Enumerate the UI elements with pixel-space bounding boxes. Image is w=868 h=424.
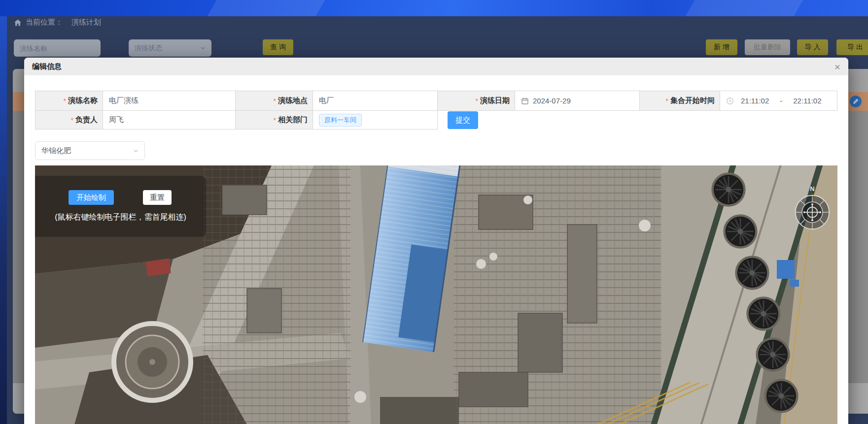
add-button[interactable]: 新 增	[706, 39, 737, 55]
drill-status-select[interactable]: 演练状态	[129, 39, 211, 57]
breadcrumb-current: 演练计划	[71, 18, 101, 27]
topbar-streak	[207, 0, 325, 16]
fence-draw-panel: 开始绘制 重置 (鼠标右键绘制电子围栏，需首尾相连)	[35, 176, 206, 237]
map-compass[interactable]: N	[793, 185, 832, 233]
time-start: 21:11:02	[741, 97, 769, 105]
blue-container	[777, 260, 795, 279]
company-select-value: 华锦化肥	[41, 146, 71, 156]
drill-name-value[interactable]: 电厂演练	[103, 91, 236, 111]
required-asterisk: *	[64, 97, 66, 105]
submit-button[interactable]: 提交	[448, 111, 478, 129]
required-asterisk: *	[476, 97, 478, 105]
owner-label: * 负责人	[35, 111, 103, 130]
drill-date-picker[interactable]: 2024-07-29	[515, 91, 640, 111]
time-end: 22:11:02	[793, 97, 821, 105]
dept-tag[interactable]: 原料一车间	[319, 114, 362, 127]
dept-value[interactable]: 原料一车间	[313, 111, 438, 130]
drill-date-label: * 演练日期	[438, 91, 515, 111]
chevron-down-icon	[200, 45, 206, 51]
batch-delete-button[interactable]: 批量删除	[745, 39, 790, 55]
dialog-header: 编辑信息 ×	[24, 58, 848, 75]
required-asterisk: *	[274, 116, 276, 124]
app-root: 当前位置： 演练计划 演练状态 查 询 新 增 批量删除 导 入 导 出 编辑信…	[0, 0, 868, 424]
fence-drawing-map[interactable]: 开始绘制 重置 (鼠标右键绘制电子围栏，需首尾相连) N	[35, 165, 837, 424]
start-draw-button[interactable]: 开始绘制	[69, 190, 114, 205]
edit-pencil-icon	[853, 98, 859, 104]
drill-place-label: * 演练地点	[236, 91, 313, 111]
dept-label: * 相关部门	[236, 111, 313, 130]
required-asterisk: *	[274, 97, 276, 105]
calendar-icon	[521, 97, 529, 105]
edit-info-dialog: 编辑信息 × * 演练名称 电厂演练 * 演练地点 电厂	[24, 58, 848, 424]
reset-draw-button[interactable]: 重置	[143, 190, 172, 205]
chevron-down-icon	[133, 148, 139, 154]
time-separator: -	[780, 97, 782, 105]
dialog-body: * 演练名称 电厂演练 * 演练地点 电厂 * 演练日期	[24, 91, 848, 424]
left-edge-strip	[0, 16, 7, 424]
topbar-streak	[685, 0, 803, 16]
compass-dial-icon	[794, 194, 831, 231]
close-icon[interactable]: ×	[834, 62, 840, 72]
import-button[interactable]: 导 入	[797, 39, 828, 55]
draw-hint-text: (鼠标右键绘制电子围栏，需首尾相连)	[35, 212, 206, 223]
owner-value[interactable]: 周飞	[103, 111, 236, 130]
home-icon	[14, 19, 22, 27]
storage-tank	[114, 324, 191, 400]
export-button[interactable]: 导 出	[836, 39, 868, 55]
assembly-time-label: * 集合开始时间	[640, 91, 720, 111]
drill-status-placeholder: 演练状态	[135, 44, 162, 53]
breadcrumb: 当前位置： 演练计划	[14, 18, 101, 27]
clock-icon	[726, 97, 734, 105]
company-select[interactable]: 华锦化肥	[35, 141, 145, 160]
compass-north-label: N	[793, 185, 832, 193]
submit-area: 提交	[438, 111, 837, 130]
drill-form: * 演练名称 电厂演练 * 演练地点 电厂 * 演练日期	[35, 91, 837, 130]
assembly-time-range-picker[interactable]: 21:11:02 - 22:11:02	[720, 91, 837, 111]
required-asterisk: *	[666, 97, 668, 105]
drill-name-input[interactable]	[14, 39, 101, 57]
search-button[interactable]: 查 询	[263, 39, 293, 55]
required-asterisk: *	[71, 116, 73, 124]
row-edit-button[interactable]	[850, 96, 862, 107]
dialog-title: 编辑信息	[32, 62, 62, 71]
breadcrumb-prefix: 当前位置：	[26, 18, 63, 27]
drill-place-value[interactable]: 电厂	[313, 91, 438, 111]
top-bar	[0, 0, 868, 16]
drill-name-label: * 演练名称	[35, 91, 103, 111]
